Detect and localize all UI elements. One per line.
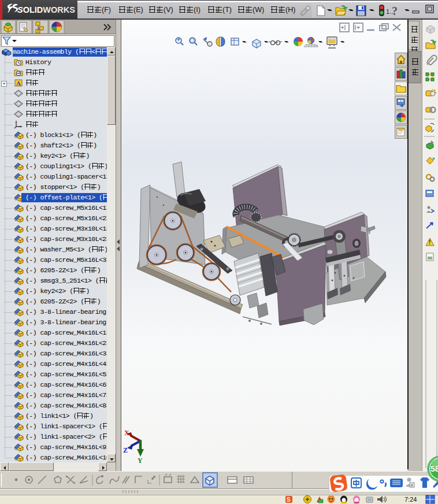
svg-text:!: !	[429, 239, 430, 246]
svg-text:4: 4	[411, 483, 413, 487]
svg-text:Y: Y	[138, 457, 143, 465]
svg-text:S: S	[287, 496, 291, 503]
svg-text:7:24: 7:24	[404, 496, 417, 503]
svg-text:58: 58	[430, 464, 438, 473]
svg-text:Z: Z	[123, 446, 128, 454]
svg-text:?: ?	[392, 5, 398, 17]
svg-text:A: A	[16, 80, 21, 87]
svg-text:X: X	[124, 429, 129, 437]
